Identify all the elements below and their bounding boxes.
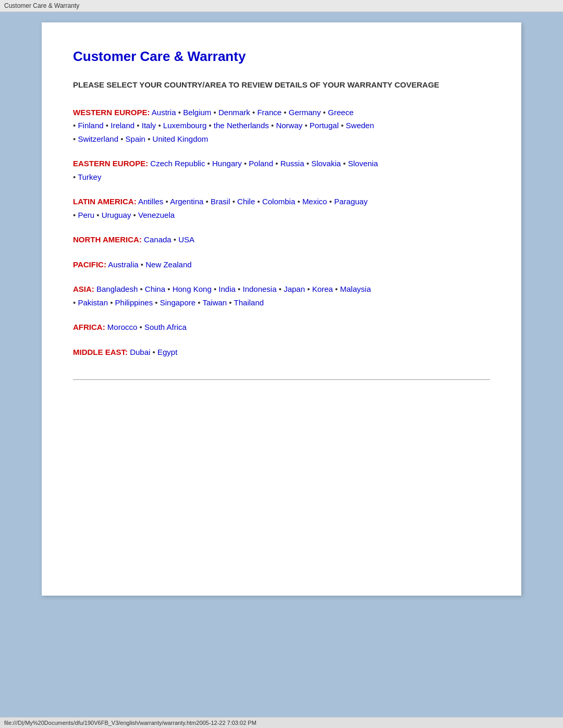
bullet-separator: • (106, 121, 108, 130)
bullet-separator: • (307, 159, 309, 168)
country-link-poland[interactable]: Poland (249, 159, 273, 168)
bullet-separator: • (207, 159, 210, 168)
region-north-america: NORTH AMERICA: Canada • USA (73, 233, 490, 246)
country-link-singapore[interactable]: Singapore (160, 298, 195, 307)
page-subtitle: PLEASE SELECT YOUR COUNTRY/AREA TO REVIE… (73, 79, 490, 91)
region-label-middle-east: MIDDLE EAST: (73, 348, 128, 356)
region-africa: AFRICA: Morocco • South Africa (73, 320, 490, 334)
bullet-separator: • (343, 159, 346, 168)
country-link-luxembourg[interactable]: Luxembourg (163, 121, 206, 130)
country-link-dubai[interactable]: Dubai (130, 348, 150, 356)
country-link-denmark[interactable]: Denmark (218, 108, 250, 117)
country-link-canada[interactable]: Canada (144, 235, 172, 244)
country-link-morocco[interactable]: Morocco (107, 323, 138, 331)
bullet-separator: • (341, 121, 344, 130)
country-link-greece[interactable]: Greece (328, 108, 353, 117)
bullet-separator: • (238, 285, 240, 293)
country-link-switzerland[interactable]: Switzerland (78, 134, 118, 143)
country-link-new-zealand[interactable]: New Zealand (145, 260, 191, 269)
country-link-philippines[interactable]: Philippines (115, 298, 153, 307)
bullet-separator: • (232, 197, 235, 206)
page-wrapper: Customer Care & Warranty PLEASE SELECT Y… (0, 12, 563, 728)
country-link-turkey[interactable]: Turkey (78, 172, 101, 181)
country-link-brasil[interactable]: Brasil (211, 197, 230, 206)
country-link-antilles[interactable]: Antilles (138, 197, 163, 206)
bullet-separator: • (214, 285, 216, 293)
bullet-separator: • (73, 211, 76, 219)
bullet-separator: • (148, 134, 150, 143)
bullet-separator: • (137, 121, 139, 130)
bullet-separator: • (275, 159, 278, 168)
region-label-latin-america: LATIN AMERICA: (73, 197, 137, 206)
title-bar-text: Customer Care & Warranty (4, 2, 79, 9)
bullet-separator: • (140, 285, 142, 293)
bullet-separator: • (155, 298, 157, 307)
country-link-portugal[interactable]: Portugal (310, 121, 339, 130)
country-link-venezuela[interactable]: Venezuela (138, 211, 175, 219)
status-bar-text: file:///D|/My%20Documents/dfu/190V6FB_V3… (4, 720, 256, 726)
country-link-belgium[interactable]: Belgium (183, 108, 211, 117)
country-link-mexico[interactable]: Mexico (302, 197, 327, 206)
country-link-bangladesh[interactable]: Bangladesh (96, 285, 138, 293)
country-link-china[interactable]: China (145, 285, 165, 293)
country-link-germany[interactable]: Germany (289, 108, 321, 117)
bullet-separator: • (335, 285, 338, 293)
page-title: Customer Care & Warranty (73, 48, 490, 65)
country-link-pakistan[interactable]: Pakistan (78, 298, 108, 307)
country-link-australia[interactable]: Australia (108, 260, 138, 269)
bullet-separator: • (214, 108, 216, 117)
region-western-europe: WESTERN EUROPE: Austria • Belgium • Denm… (73, 106, 490, 146)
country-link-hong-kong[interactable]: Hong Kong (173, 285, 212, 293)
bullet-separator: • (209, 121, 211, 130)
country-link-united-kingdom[interactable]: United Kingdom (153, 134, 209, 143)
country-link-czech-republic[interactable]: Czech Republic (150, 159, 205, 168)
bullet-separator: • (244, 159, 247, 168)
bullet-separator: • (96, 211, 99, 219)
country-link-usa[interactable]: USA (178, 235, 194, 244)
bullet-separator: • (323, 108, 326, 117)
country-link-malaysia[interactable]: Malaysia (340, 285, 371, 293)
country-link-france[interactable]: France (257, 108, 282, 117)
country-link-russia[interactable]: Russia (280, 159, 304, 168)
bullet-separator: • (110, 298, 113, 307)
country-link-hungary[interactable]: Hungary (212, 159, 242, 168)
region-eastern-europe: EASTERN EUROPE: Czech Republic • Hungary… (73, 157, 490, 183)
bullet-separator: • (178, 108, 181, 117)
region-label-north-america: NORTH AMERICA: (73, 235, 142, 244)
country-link-colombia[interactable]: Colombia (262, 197, 295, 206)
bullet-separator: • (307, 285, 310, 293)
country-link-norway[interactable]: Norway (276, 121, 302, 130)
country-link-austria[interactable]: Austria (152, 108, 176, 117)
country-link-argentina[interactable]: Argentina (170, 197, 203, 206)
country-link-indonesia[interactable]: Indonesia (242, 285, 276, 293)
country-link-india[interactable]: India (218, 285, 236, 293)
region-asia: ASIA: Bangladesh • China • Hong Kong • I… (73, 282, 490, 309)
country-link-sweden[interactable]: Sweden (346, 121, 374, 130)
country-link-korea[interactable]: Korea (312, 285, 333, 293)
bullet-separator: • (198, 298, 200, 307)
bullet-separator: • (304, 121, 307, 130)
country-link-thailand[interactable]: Thailand (234, 298, 264, 307)
title-bar: Customer Care & Warranty (0, 0, 563, 12)
country-link-italy[interactable]: Italy (142, 121, 156, 130)
country-link-uruguay[interactable]: Uruguay (102, 211, 131, 219)
country-link-peru[interactable]: Peru (78, 211, 94, 219)
section-divider (73, 379, 490, 380)
country-link-japan[interactable]: Japan (284, 285, 305, 293)
country-link-slovenia[interactable]: Slovenia (348, 159, 378, 168)
country-link-the-netherlands[interactable]: the Netherlands (214, 121, 269, 130)
country-link-ireland[interactable]: Ireland (111, 121, 134, 130)
country-link-slovakia[interactable]: Slovakia (311, 159, 341, 168)
region-label-africa: AFRICA: (73, 323, 105, 331)
bullet-separator: • (229, 298, 231, 307)
country-link-finland[interactable]: Finland (78, 121, 103, 130)
country-link-paraguay[interactable]: Paraguay (334, 197, 368, 206)
document: Customer Care & Warranty PLEASE SELECT Y… (42, 22, 521, 596)
country-link-chile[interactable]: Chile (237, 197, 255, 206)
bullet-separator: • (252, 108, 255, 117)
country-link-spain[interactable]: Spain (126, 134, 145, 143)
country-link-south-africa[interactable]: South Africa (144, 323, 187, 331)
bullet-separator: • (174, 235, 176, 244)
country-link-egypt[interactable]: Egypt (157, 348, 177, 356)
country-link-taiwan[interactable]: Taiwan (202, 298, 227, 307)
